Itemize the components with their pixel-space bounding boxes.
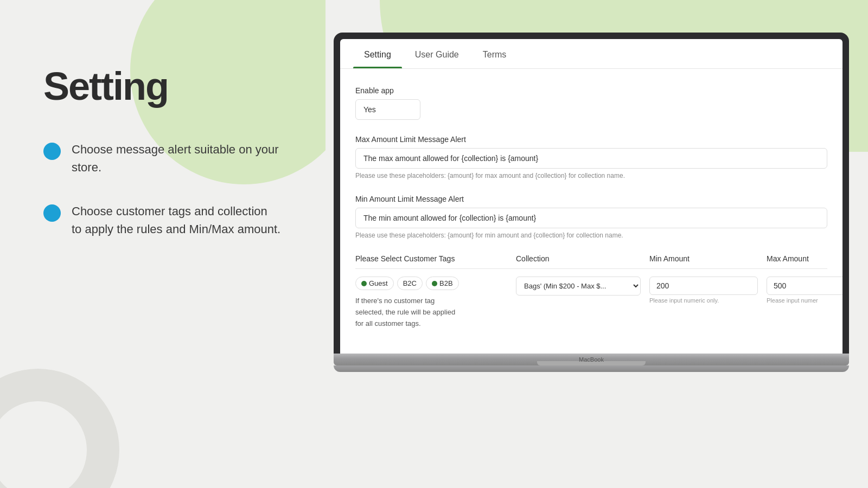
min-amount-input[interactable] (649, 277, 758, 295)
feature-dot-1 (43, 143, 61, 160)
laptop: Setting User Guide Terms Enable app (334, 33, 849, 372)
laptop-base: MacBook (334, 354, 849, 365)
max-alert-label: Max Amount Limit Message Alert (355, 135, 827, 144)
laptop-screen-content: Setting User Guide Terms Enable app (340, 39, 843, 354)
tab-setting[interactable]: Setting (353, 39, 402, 68)
nav-tabs: Setting User Guide Terms (340, 39, 843, 69)
enable-app-label: Enable app (355, 86, 827, 95)
min-alert-group: Min Amount Limit Message Alert Please us… (355, 195, 827, 239)
table-header: Please Select Customer Tags Collection M… (355, 254, 827, 269)
tab-terms[interactable]: Terms (472, 39, 518, 68)
min-alert-hint: Please use these placeholders: {amount} … (355, 232, 827, 239)
settings-content: Enable app Max Amount Limit Message Aler… (340, 69, 843, 346)
max-amount-input[interactable] (767, 277, 843, 295)
tag-dot-b2b (432, 281, 437, 286)
col-header-max: Max Amount (767, 254, 843, 263)
collection-select[interactable]: Bags' (Min $200 - Max $... (516, 277, 641, 296)
max-alert-group: Max Amount Limit Message Alert Please us… (355, 135, 827, 179)
table-row: Guest B2C B2B (355, 269, 827, 329)
feature-item-1: Choose message alert suitable on your st… (43, 140, 293, 176)
laptop-screen-bezel: Setting User Guide Terms Enable app (334, 33, 849, 354)
collection-cell: Bags' (Min $200 - Max $... (516, 277, 641, 296)
tag-b2c[interactable]: B2C (397, 277, 423, 290)
max-alert-hint: Please use these placeholders: {amount} … (355, 172, 827, 179)
max-amount-cell: Please input numer (767, 277, 843, 304)
tags-note: If there's no customer tagselected, the … (355, 296, 507, 329)
tag-b2b[interactable]: B2B (426, 277, 459, 290)
right-panel: Setting User Guide Terms Enable app (315, 0, 868, 488)
left-panel: Setting Choose message alert suitable on… (0, 0, 326, 488)
tag-dot-guest (361, 281, 367, 286)
tags-cell: Guest B2C B2B (355, 277, 507, 329)
laptop-brand: MacBook (579, 356, 604, 363)
feature-item-2: Choose customer tags and collectionto ap… (43, 202, 293, 238)
tab-user-guide[interactable]: User Guide (404, 39, 470, 68)
col-header-min: Min Amount (649, 254, 758, 263)
col-header-tags: Please Select Customer Tags (355, 254, 507, 263)
table-section: Please Select Customer Tags Collection M… (355, 254, 827, 329)
tag-b2b-label: B2B (439, 279, 453, 287)
max-alert-input[interactable] (355, 148, 827, 169)
laptop-wrapper: Setting User Guide Terms Enable app (315, 33, 868, 372)
min-alert-input[interactable] (355, 208, 827, 228)
max-amount-hint: Please input numer (767, 297, 843, 304)
feature-text-2: Choose customer tags and collectionto ap… (72, 202, 280, 238)
col-header-collection: Collection (516, 254, 641, 263)
gray-arc-decoration (0, 369, 119, 488)
feature-dot-2 (43, 204, 61, 222)
tag-b2c-label: B2C (403, 279, 417, 287)
enable-app-input[interactable] (355, 99, 420, 120)
min-amount-hint: Please input numeric only. (649, 297, 758, 304)
laptop-stand (334, 365, 849, 372)
feature-text-1: Choose message alert suitable on your st… (72, 140, 293, 176)
tag-guest[interactable]: Guest (355, 277, 394, 290)
page-title: Setting (43, 65, 293, 108)
min-amount-cell: Please input numeric only. (649, 277, 758, 304)
tag-guest-label: Guest (369, 279, 388, 287)
min-alert-label: Min Amount Limit Message Alert (355, 195, 827, 203)
enable-app-group: Enable app (355, 86, 827, 120)
